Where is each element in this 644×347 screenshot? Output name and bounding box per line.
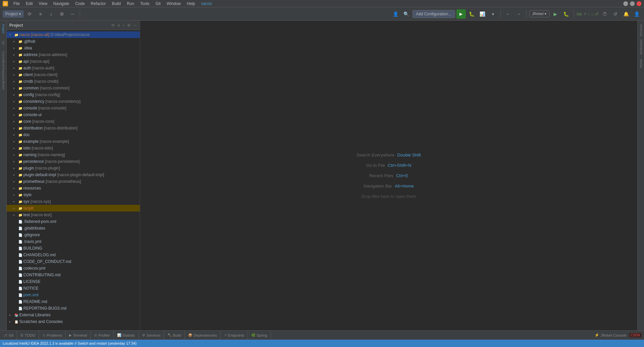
project-dropdown-button[interactable]: Project ▾ (3, 10, 24, 18)
panel-settings-icon[interactable]: ⚙ (126, 22, 131, 28)
menu-edit[interactable]: Edit (23, 1, 35, 7)
tree-item-distribution[interactable]: ▸ 📁 distribution [nacos-distribution] (7, 125, 140, 131)
run-with-coverage-button[interactable]: 📊 (478, 9, 487, 19)
tab-todo[interactable]: ☰ TODO (17, 331, 39, 340)
tree-item-target[interactable]: ▸ 📁 target (7, 205, 140, 212)
sidebar-jrebel-left-tab[interactable]: JRebel (0, 78, 6, 91)
maximize-button[interactable]: □ (630, 1, 635, 6)
tree-item-codecov[interactable]: 📄 codecov.yml (7, 265, 140, 272)
sidebar-bookmarks-tab[interactable]: Bookmarks (638, 39, 644, 55)
panel-close-icon[interactable]: ─ (133, 22, 137, 28)
menu-build[interactable]: Build (109, 1, 123, 7)
git-push-icon[interactable]: ↑ (588, 12, 590, 16)
tab-git[interactable]: ⎇ Git (0, 331, 17, 340)
undo-icon[interactable]: ↺ (611, 9, 620, 19)
tab-services[interactable]: ⚙ Services (139, 331, 164, 340)
jrebel-console-button[interactable]: ⚡ JRebel Console (595, 333, 627, 337)
tree-item-code-of-conduct[interactable]: 📄 CODE_OF_CONDUCT.md (7, 258, 140, 265)
project-tree[interactable]: ▾ 📁 nacos [nacos-all] D:\IdeaProjects\na… (7, 30, 140, 330)
history-icon[interactable]: ⏱ (600, 9, 609, 19)
tree-item-consistency[interactable]: ▸ 📁 consistency [nacos-consistency] (7, 98, 140, 105)
tree-item-building[interactable]: 📄 BUILDING (7, 245, 140, 252)
menu-run[interactable]: Run (124, 1, 137, 7)
tree-item-test[interactable]: ▸ 📁 test [nacos-test] (7, 212, 140, 218)
tree-item-address[interactable]: ▸ 📁 address [nacos-address] (7, 51, 140, 58)
tree-item-sys[interactable]: ▸ 📁 sys [nacos-sys] (7, 198, 140, 205)
avatar-icon[interactable]: 👤 (632, 9, 641, 19)
tree-root[interactable]: ▾ 📁 nacos [nacos-all] D:\IdeaProjects\na… (7, 31, 140, 38)
tree-item-pom[interactable]: 📄 pom.xml (7, 292, 140, 298)
tree-item-console[interactable]: ▸ 📁 console [nacos-console] (7, 105, 140, 111)
toolbar-sort-icon[interactable]: ↕ (46, 9, 56, 19)
tree-item-flattened-pom[interactable]: 📄 .flattened-pom.xml (7, 218, 140, 225)
jrebel-debug-icon[interactable]: 🐛 (562, 9, 571, 19)
menu-tools[interactable]: Tools (137, 1, 152, 7)
tab-build[interactable]: 🔨 Build (164, 331, 185, 340)
tree-item-scratches[interactable]: ▸ 📋 Scratches and Consoles (7, 318, 140, 325)
tab-terminal[interactable]: ▶ Terminal (66, 331, 91, 340)
toolbar-close-panel-icon[interactable]: ─ (68, 9, 77, 19)
tree-item-gitignore[interactable]: 📄 .gitignore (7, 232, 140, 238)
search-everywhere-icon[interactable]: 🔍 (402, 9, 411, 19)
tree-item-console-ui[interactable]: ▸ 📁 console-ui (7, 111, 140, 118)
tree-item-style[interactable]: ▸ 📁 style (7, 192, 140, 198)
sidebar-structure-tab[interactable]: Structure (638, 22, 644, 39)
tree-item-prometheus[interactable]: ▸ 📁 prometheus [nacos-prometheus] (7, 178, 140, 185)
menu-refactor[interactable]: Refactor (88, 1, 108, 7)
tree-item-cmdb[interactable]: ▸ 📁 cmdb [nacos-cmdb] (7, 78, 140, 85)
tree-item-github[interactable]: ▸ 📁 .github (7, 38, 140, 45)
tree-item-gitattributes[interactable]: 📄 .gitattributes (7, 225, 140, 232)
menu-git[interactable]: Git (153, 1, 163, 7)
menu-file[interactable]: File (11, 1, 22, 7)
tree-item-persistence[interactable]: ▸ 📁 persistence [nacos-persistence] (7, 158, 140, 165)
tab-profiler[interactable]: ◎ Profiler (91, 331, 114, 340)
toolbar-collapse-icon[interactable]: ≡ (36, 9, 45, 19)
tree-item-readme[interactable]: 📄 README.md (7, 298, 140, 305)
tree-item-contributing[interactable]: 📄 CONTRIBUTING.md (7, 272, 140, 278)
git-merge-icon[interactable]: ⎇ (594, 12, 599, 16)
tab-statistic[interactable]: 📊 Statistic (114, 331, 139, 340)
debug-button[interactable]: 🐛 (467, 9, 476, 19)
git-pull-icon[interactable]: ↓ (591, 12, 593, 16)
tree-item-auth[interactable]: ▸ 📁 auth [nacos-auth] (7, 65, 140, 71)
tree-item-changelog[interactable]: 📄 CHANGELOG.md (7, 252, 140, 258)
toolbar-sync-icon[interactable]: ⟳ (25, 9, 34, 19)
profile-icon[interactable]: 👤 (391, 9, 400, 19)
tree-item-resources[interactable]: ▸ 📁 resources (7, 185, 140, 192)
sidebar-project-tab[interactable]: Project (0, 22, 6, 35)
menu-window[interactable]: Window (164, 1, 184, 7)
tree-item-naming[interactable]: ▸ 📁 naming [nacos-naming] (7, 151, 140, 158)
run-button[interactable]: ▶ (456, 9, 466, 19)
sidebar-jrebel-right-tab[interactable]: JRebel (638, 55, 644, 72)
tree-item-api[interactable]: ▸ 📁 api [nacos-api] (7, 58, 140, 65)
add-configuration-button[interactable]: Add Configuration... (412, 10, 455, 18)
back-button[interactable]: ← (504, 9, 513, 19)
jrebel-run-icon[interactable]: ▶ (551, 9, 560, 19)
menu-view[interactable]: View (36, 1, 50, 7)
tree-item-client[interactable]: ▸ 📁 client [nacos-client] (7, 71, 140, 78)
tree-item-doc[interactable]: ▸ 📁 doc (7, 131, 140, 138)
tree-item-common[interactable]: ▸ 📁 common [nacos-common] (7, 85, 140, 91)
tree-item-example[interactable]: ▸ 📁 example [nacos-example] (7, 138, 140, 145)
tree-item-config[interactable]: ▸ 📁 config [nacos-config] (7, 91, 140, 98)
jrebel-button[interactable]: JRebel ▾ (529, 10, 550, 17)
panel-pin-icon[interactable]: ↕ (122, 22, 125, 28)
tree-item-license[interactable]: 📄 LICENSE (7, 278, 140, 285)
tab-problems[interactable]: ⚠ Problems (39, 331, 66, 340)
notifications-icon[interactable]: 🔔 (621, 9, 631, 19)
minimize-button[interactable]: ─ (623, 1, 628, 6)
tab-endpoints[interactable]: ↗ Endpoints (221, 331, 248, 340)
sidebar-git-tab[interactable]: Git (0, 36, 6, 49)
tree-item-external-libraries[interactable]: ▸ 📚 External Libraries (7, 312, 140, 318)
toolbar-settings-icon[interactable]: ⚙ (57, 9, 66, 19)
forward-button[interactable]: → (514, 9, 524, 19)
tree-item-notice[interactable]: 📄 NOTICE (7, 285, 140, 292)
tree-item-reporting-bugs[interactable]: 📄 REPORTING-BUGS.md (7, 305, 140, 312)
menu-code[interactable]: Code (72, 1, 87, 7)
tree-item-plugin[interactable]: ▸ 📁 plugin [nacos-plugin] (7, 165, 140, 171)
tree-item-core[interactable]: ▸ 📁 core [nacos-core] (7, 118, 140, 125)
more-run-options-icon[interactable]: ▾ (489, 9, 498, 19)
tab-dependencies[interactable]: 📦 Dependencies (185, 331, 221, 340)
tree-item-istio[interactable]: ▸ 📁 istio [nacos-istio] (7, 145, 140, 151)
tree-item-plugin-default-impl[interactable]: ▸ 📁 plugin-default-impl [nacos-plugin-de… (7, 171, 140, 178)
